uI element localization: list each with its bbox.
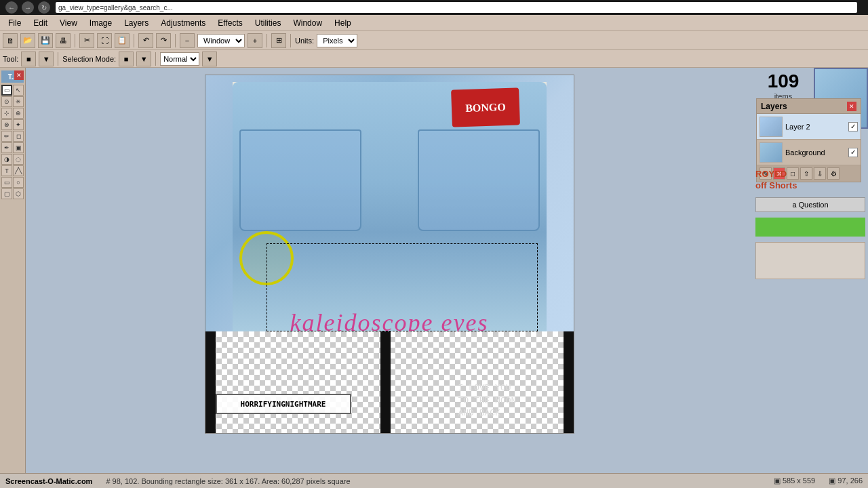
background-visibility-check[interactable]: ✓ xyxy=(848,148,858,157)
zoom-select[interactable]: Window xyxy=(197,34,245,47)
tool-row-7: ◑ ◌ xyxy=(1,154,24,165)
status-coords-text: # 98, 102. Bounding rectangle size: 361 … xyxy=(106,477,350,485)
mode-select-arrow[interactable]: ▼ xyxy=(202,52,217,66)
tool-row-2: ⊙ ✳ xyxy=(1,96,24,107)
dodge-tool[interactable]: ◑ xyxy=(1,154,12,165)
green-action-button[interactable] xyxy=(755,218,865,237)
menu-image[interactable]: Image xyxy=(84,17,117,29)
checker-black-left xyxy=(205,331,216,433)
custom-shape-tool[interactable]: ⬡ xyxy=(13,188,24,199)
open-button[interactable]: 📂 xyxy=(20,33,35,48)
zoom-minus-button[interactable]: − xyxy=(180,33,195,48)
units-label: Units: xyxy=(295,37,314,45)
tool-row-8: T ╱╲ xyxy=(1,165,24,176)
brush-tool[interactable]: ✒ xyxy=(1,142,12,153)
address-text: ga_view_type=gallery&ga_search_c... xyxy=(58,4,173,12)
eraser-tool[interactable]: ◻ xyxy=(13,131,24,142)
fill-tool[interactable]: ▣ xyxy=(13,142,24,153)
pencil-tool[interactable]: ✏ xyxy=(1,131,12,142)
browser-nav[interactable]: ← → ↻ xyxy=(5,1,50,14)
magic-wand-tool[interactable]: ✳ xyxy=(13,96,24,107)
paste-button[interactable]: 📋 xyxy=(115,33,130,48)
ellipse-shape-tool[interactable]: ○ xyxy=(13,177,24,188)
crop-tool[interactable]: ⊹ xyxy=(1,108,12,119)
menu-edit[interactable]: Edit xyxy=(28,17,53,29)
vector-tool[interactable]: ╱╲ xyxy=(13,165,24,176)
mode-select[interactable]: Normal xyxy=(160,52,199,66)
address-bar[interactable]: ga_view_type=gallery&ga_search_c... xyxy=(56,2,857,13)
redo-button[interactable]: ↷ xyxy=(156,33,171,48)
menu-utilities[interactable]: Utilities xyxy=(250,17,287,29)
save-button[interactable]: 💾 xyxy=(38,33,53,48)
layers-close-button[interactable]: ✕ xyxy=(847,102,856,111)
menu-layers[interactable]: Layers xyxy=(119,17,154,29)
right-panel: 109 items Layers ✕ Layer 2 ✓ xyxy=(753,68,868,473)
checker-black-mid xyxy=(380,331,391,433)
menu-help[interactable]: Help xyxy=(329,17,357,29)
new-button[interactable]: 🗎 xyxy=(3,33,18,48)
bongo-label: BONGO xyxy=(451,87,520,127)
checker-transparency-area: HORRIFYINGNIGHTMARE I LOVE YOUTO THE MOO… xyxy=(205,331,574,433)
jeans-pocket-right xyxy=(418,129,540,231)
copy-button[interactable]: ⛶ xyxy=(97,33,112,48)
jeans-pocket-left xyxy=(239,129,361,231)
units-select[interactable]: Pixels xyxy=(317,34,357,47)
toolbox-close-button[interactable]: ✕ xyxy=(14,70,24,80)
cut-button[interactable]: ✂ xyxy=(79,33,94,48)
menu-bar: File Edit View Image Layers Adjustments … xyxy=(0,15,868,31)
zoom-plus-button[interactable]: + xyxy=(248,33,262,48)
selection-mode-label: Selection Mode: xyxy=(62,55,116,63)
menu-effects[interactable]: Effects xyxy=(212,17,248,29)
tool-label-text: Tool: xyxy=(3,55,18,63)
divider-3 xyxy=(175,34,176,47)
reload-button[interactable]: ↻ xyxy=(38,1,50,14)
menu-window[interactable]: Window xyxy=(288,17,328,29)
text-tool[interactable]: T xyxy=(1,165,12,176)
divider-5 xyxy=(290,34,291,47)
menu-adjustments[interactable]: Adjustments xyxy=(155,17,211,29)
divider-6 xyxy=(58,52,58,66)
blur-tool[interactable]: ◌ xyxy=(13,154,24,165)
size-icon: ▣ xyxy=(774,476,781,485)
select-arrow-tool[interactable]: ↖ xyxy=(13,85,24,96)
grid-button[interactable]: ⊞ xyxy=(271,33,286,48)
rounded-rect-tool[interactable]: ▢ xyxy=(1,188,12,199)
rect-shape-tool[interactable]: ▭ xyxy=(1,177,12,188)
layer-row-layer2[interactable]: Layer 2 ✓ xyxy=(757,114,861,140)
tool-select-btn[interactable]: ■ xyxy=(21,52,36,66)
layer-row-background[interactable]: Background ✓ xyxy=(757,140,861,165)
main-layout: T... ✕ ▭ ↖ ⊙ ✳ ⊹ ⊕ ⊗ ✦ ✏ ◻ ✒ ▣ ◑ ◌ xyxy=(0,68,868,473)
tool-row-6: ✒ ▣ xyxy=(1,142,24,153)
ask-question-button[interactable]: a Question xyxy=(755,197,865,212)
layer2-thumbnail xyxy=(760,117,783,137)
tool-row-5: ✏ ◻ xyxy=(1,131,24,142)
tool-row-9: ▭ ○ xyxy=(1,177,24,188)
tool-select-arrow[interactable]: ▼ xyxy=(39,52,54,66)
divider-4 xyxy=(267,34,267,47)
undo-button[interactable]: ↶ xyxy=(138,33,153,48)
canvas-container[interactable]: BONGO kaleidoscope eyes HORRIFYINGNIGHTM… xyxy=(205,75,574,434)
layer2-visibility-check[interactable]: ✓ xyxy=(848,122,858,131)
menu-view[interactable]: View xyxy=(54,17,83,29)
selection-mode-btn[interactable]: ■ xyxy=(119,52,134,66)
selection-mode-arrow[interactable]: ▼ xyxy=(136,52,151,66)
tool-row-1: ▭ ↖ xyxy=(1,85,24,96)
print-button[interactable]: 🖶 xyxy=(56,33,71,48)
select-rect-tool[interactable]: ▭ xyxy=(1,85,12,96)
forward-button[interactable]: → xyxy=(22,1,34,14)
jeans-background: BONGO xyxy=(205,75,574,333)
love-text: I LOVE YOUTO THE MOONAND BACK xyxy=(458,382,560,420)
screencast-label: Screencast-O-Matic.com xyxy=(5,477,92,485)
zoom-tool[interactable]: ⊕ xyxy=(13,108,24,119)
lasso-tool[interactable]: ⊙ xyxy=(1,96,12,107)
status-coords2-text: ▣ 97, 266 xyxy=(829,476,863,485)
empty-content-box xyxy=(755,242,865,279)
back-button[interactable]: ← xyxy=(5,1,18,14)
tool-row-10: ▢ ⬡ xyxy=(1,188,24,199)
layers-title: Layers xyxy=(761,102,787,111)
background-layer-name: Background xyxy=(785,148,846,157)
menu-file[interactable]: File xyxy=(3,17,26,29)
clone-tool[interactable]: ✦ xyxy=(13,119,24,130)
heal-tool[interactable]: ⊗ xyxy=(1,119,12,130)
toolbox: T... ✕ ▭ ↖ ⊙ ✳ ⊹ ⊕ ⊗ ✦ ✏ ◻ ✒ ▣ ◑ ◌ xyxy=(0,68,26,473)
